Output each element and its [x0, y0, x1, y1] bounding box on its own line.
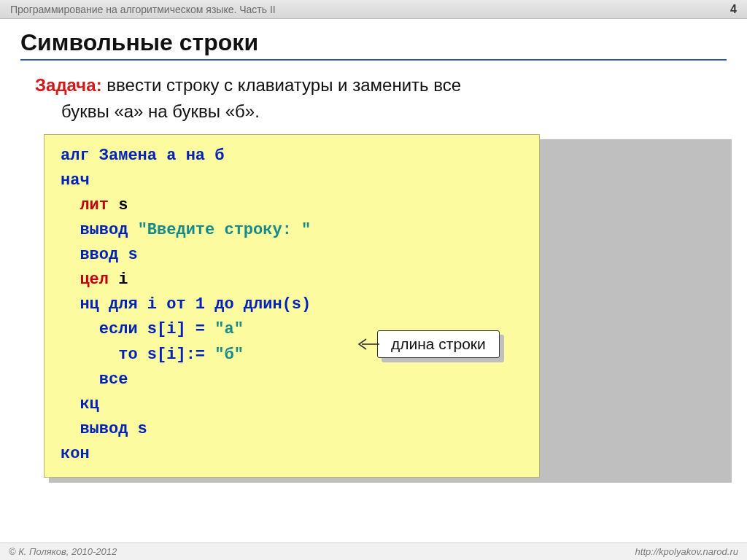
- kw-to: то s[i]:=: [118, 346, 214, 364]
- str-prompt: "Введите строку: ": [138, 221, 311, 239]
- kw-lit: лит: [80, 196, 109, 214]
- slide-title: Символьные строки: [20, 29, 727, 56]
- footer: © К. Поляков, 2010-2012 http://kpolyakov…: [0, 542, 747, 560]
- code: алг Замена а на б нач лит s вывод "Введи…: [61, 144, 523, 467]
- slide-content: Символьные строки Задача: ввести строку …: [0, 19, 747, 478]
- kw-nc: нц для i от 1 до: [80, 295, 243, 314]
- kw-vvod: ввод s: [80, 246, 137, 264]
- var-i: i: [109, 271, 128, 289]
- kw-nach: нач: [61, 171, 90, 190]
- callout-text: длина строки: [391, 335, 486, 352]
- kw-alg: алг: [61, 147, 99, 165]
- code-box: алг Замена а на б нач лит s вывод "Введи…: [44, 134, 540, 478]
- kw-kc: кц: [80, 395, 98, 413]
- code-block: алг Замена а на б нач лит s вывод "Введи…: [44, 134, 727, 478]
- nc-tail: (s): [282, 295, 311, 314]
- task-text-1: ввести строку с клавиатуры и заменить вс…: [102, 75, 461, 95]
- task-line-1: Задача: ввести строку с клавиатуры и зам…: [35, 74, 727, 97]
- str-b: "б": [214, 346, 244, 364]
- kw-esli: если s[i] =: [99, 320, 214, 338]
- kw-vyvod2: вывод s: [80, 420, 147, 438]
- task-line-2: буквы «а» на буквы «б».: [61, 100, 727, 123]
- kw-vse: все: [99, 370, 128, 389]
- page-number: 4: [730, 3, 737, 16]
- kw-kon: кон: [61, 445, 90, 463]
- fn-dlin: длин: [244, 295, 282, 314]
- kw-cel: цел: [80, 271, 109, 289]
- task-label: Задача:: [35, 75, 102, 95]
- callout: длина строки: [377, 330, 500, 358]
- arrow-left-icon: [357, 335, 379, 353]
- kw-vyvod1: вывод: [80, 221, 137, 239]
- str-a: "а": [214, 320, 244, 338]
- var-s: s: [109, 196, 128, 214]
- title-underline: [20, 59, 727, 61]
- footer-url: http://kpolyakov.narod.ru: [635, 546, 738, 557]
- callout-box: длина строки: [377, 330, 500, 358]
- alg-name: Замена а на б: [99, 147, 225, 165]
- copyright: © К. Поляков, 2010-2012: [9, 546, 117, 557]
- header-bar: Программирование на алгоритмическом язык…: [0, 0, 747, 19]
- breadcrumb: Программирование на алгоритмическом язык…: [10, 4, 276, 15]
